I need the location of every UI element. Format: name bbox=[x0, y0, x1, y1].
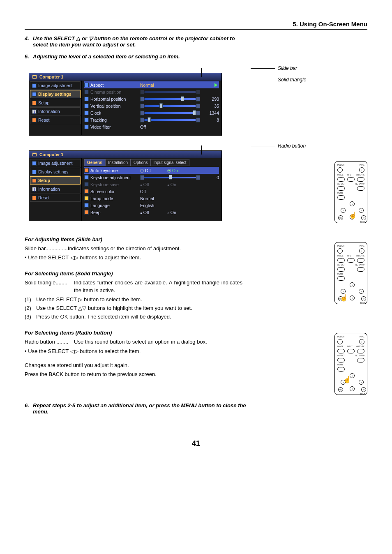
osd2-title: 🗔Computer 1 bbox=[29, 151, 221, 158]
info-button[interactable]: i bbox=[359, 339, 364, 344]
step-6: 6. Repeat steps 2-5 to adjust an additio… bbox=[25, 402, 367, 415]
sidebar-display-settings[interactable]: Display settings bbox=[30, 168, 81, 176]
menu-button[interactable] bbox=[337, 367, 345, 372]
slider-vpos[interactable] bbox=[140, 104, 200, 108]
input-button[interactable] bbox=[347, 177, 355, 182]
row-vertical-position[interactable]: Vertical position35 bbox=[84, 102, 219, 109]
info-button[interactable]: i bbox=[359, 167, 364, 173]
select-left-button[interactable]: ◃ bbox=[341, 208, 346, 213]
def-slide-bar: Slide bar...............Indicates settin… bbox=[25, 245, 242, 252]
tab-installation[interactable]: Installation bbox=[105, 159, 131, 166]
vfilter-icon bbox=[84, 125, 89, 129]
step-6-text: Repeat steps 2-5 to adjust an additional… bbox=[33, 402, 263, 415]
aspect-button[interactable] bbox=[337, 267, 345, 272]
noshow-button[interactable] bbox=[357, 267, 364, 272]
select-down-button[interactable]: ▿ bbox=[350, 386, 355, 391]
tab-general[interactable]: General bbox=[84, 159, 105, 166]
image-button[interactable] bbox=[337, 258, 345, 263]
sidebar-reset[interactable]: Reset bbox=[30, 116, 81, 124]
power-button[interactable] bbox=[337, 167, 343, 173]
select-left-button[interactable]: ◃ bbox=[341, 289, 346, 294]
lamp-icon bbox=[84, 196, 89, 201]
info-button[interactable]: i bbox=[359, 248, 364, 254]
row-language[interactable]: LanguageEnglish bbox=[84, 202, 219, 209]
select-up-button[interactable]: ▵ bbox=[350, 201, 355, 206]
osd-display-settings: 🗔Computer 1 Image adjustment Display set… bbox=[29, 73, 222, 136]
hand-icon: ☝ bbox=[340, 294, 348, 302]
row-lamp-mode[interactable]: Lamp modeNormal bbox=[84, 195, 219, 202]
row-video-filter[interactable]: Video filterOff bbox=[84, 123, 219, 130]
autopc-button[interactable] bbox=[357, 349, 364, 353]
power-button[interactable] bbox=[337, 339, 343, 344]
select-right-button[interactable]: ▹ bbox=[359, 289, 364, 294]
callout-radio-button: Radio button bbox=[278, 143, 306, 149]
slider-tracking[interactable] bbox=[140, 118, 200, 122]
sidebar-image-adjustment[interactable]: Image adjustment bbox=[30, 159, 81, 167]
reset-icon bbox=[32, 118, 37, 122]
select-down-button[interactable]: ▿ bbox=[350, 295, 355, 300]
back-button[interactable]: ↩ bbox=[361, 387, 366, 392]
power-button[interactable] bbox=[337, 248, 343, 254]
slider-hpos[interactable] bbox=[140, 97, 200, 101]
select-up-button[interactable]: ▵ bbox=[350, 282, 355, 287]
row-clock[interactable]: Clock1344 bbox=[84, 109, 219, 116]
row-auto-keystone[interactable]: Auto keystoneOffOn bbox=[84, 167, 219, 174]
autopc-button[interactable] bbox=[357, 258, 364, 263]
row-tracking[interactable]: Tracking8 bbox=[84, 116, 219, 123]
info-icon: i bbox=[32, 187, 37, 192]
input-button[interactable] bbox=[347, 258, 355, 263]
row-cinema-position: Cinema position bbox=[84, 88, 219, 95]
sidebar-reset[interactable]: Reset bbox=[30, 194, 81, 202]
noshow-button[interactable] bbox=[357, 358, 364, 362]
display-icon: 🗔 bbox=[32, 152, 37, 157]
sidebar-information[interactable]: iInformation bbox=[30, 107, 81, 115]
def-solid-triangle: Solid triangle........Indicates further … bbox=[25, 279, 242, 294]
radio-on-icon[interactable] bbox=[167, 169, 171, 173]
row-aspect[interactable]: AspectNormal bbox=[84, 81, 219, 88]
slider-clock[interactable] bbox=[140, 111, 200, 115]
menu-button[interactable] bbox=[337, 276, 345, 281]
aspect-button[interactable] bbox=[337, 186, 345, 191]
back-button[interactable]: ↩ bbox=[361, 215, 366, 220]
row-screen-color[interactable]: Screen colorOff bbox=[84, 188, 219, 195]
menu-button[interactable] bbox=[337, 195, 345, 200]
radio-off-icon[interactable] bbox=[140, 169, 144, 173]
autopc-button[interactable] bbox=[357, 177, 364, 182]
sidebar-information[interactable]: iInformation bbox=[30, 185, 81, 193]
select-right-button[interactable]: ▹ bbox=[359, 208, 364, 213]
sidebar-setup[interactable]: Setup bbox=[30, 99, 81, 107]
aspect-button[interactable] bbox=[337, 358, 345, 362]
ok-button[interactable]: OK bbox=[338, 215, 343, 220]
grid-icon bbox=[32, 83, 37, 88]
page-icon bbox=[32, 92, 37, 97]
row-keystone-adjustment[interactable]: Keystone adjustment0 bbox=[84, 174, 219, 181]
hand-icon: ☝ bbox=[343, 376, 351, 383]
tab-input-signal-select[interactable]: Input signal select bbox=[151, 159, 189, 166]
row-beep[interactable]: Beep● Off○ On bbox=[84, 209, 219, 216]
cinema-icon bbox=[84, 90, 89, 94]
grid-icon bbox=[32, 161, 37, 166]
clock-icon bbox=[84, 111, 89, 115]
image-button[interactable] bbox=[337, 177, 345, 182]
remote-illustration-1: POWERINFO. i IMAGEINPUTAUTO PC ASPECTNO … bbox=[334, 161, 367, 223]
radio-after2: Press the BACK button to return to the p… bbox=[25, 371, 242, 378]
aspect-icon bbox=[84, 83, 89, 87]
sidebar-display-settings[interactable]: Display settings bbox=[30, 90, 81, 98]
hand-icon: ☝ bbox=[349, 211, 357, 219]
osd2-main: General Installation Options Input signa… bbox=[82, 158, 221, 221]
back-button[interactable]: ↩ bbox=[361, 296, 366, 301]
noshow-button[interactable] bbox=[357, 186, 364, 191]
save-icon bbox=[84, 182, 89, 187]
slider-keystone[interactable] bbox=[140, 175, 200, 180]
ok-button[interactable]: OK bbox=[338, 387, 343, 392]
input-button[interactable] bbox=[347, 349, 355, 353]
tab-options[interactable]: Options bbox=[131, 159, 150, 166]
keystone-adj-icon bbox=[84, 175, 89, 180]
osd2-tabs: General Installation Options Input signa… bbox=[84, 159, 219, 166]
sidebar-image-adjustment[interactable]: Image adjustment bbox=[30, 81, 81, 90]
sidebar-setup[interactable]: Setup bbox=[30, 176, 81, 185]
image-button[interactable] bbox=[337, 349, 345, 353]
select-right-button[interactable]: ▹ bbox=[359, 380, 364, 385]
gear-icon bbox=[32, 101, 37, 105]
row-horizontal-position[interactable]: Horizontal position290 bbox=[84, 95, 219, 102]
